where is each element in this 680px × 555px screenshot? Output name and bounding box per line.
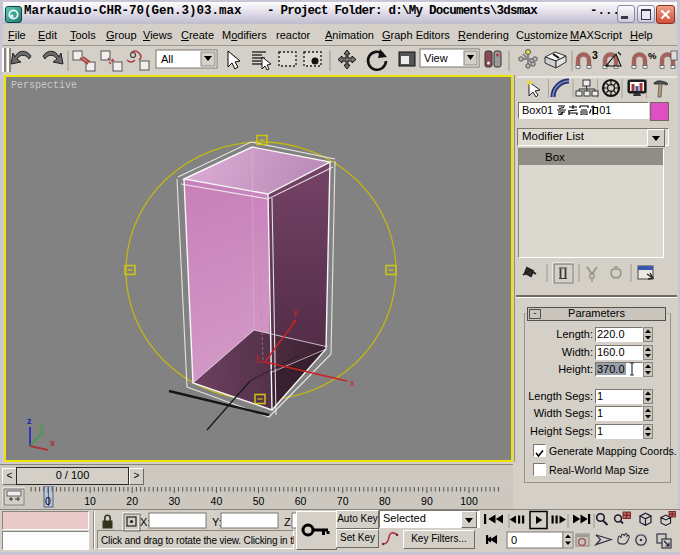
svg-text:z: z — [257, 266, 261, 275]
svg-text:0: 0 — [511, 534, 517, 546]
svg-text:z: z — [27, 416, 32, 426]
svg-text:50: 50 — [253, 495, 265, 507]
svg-text:20: 20 — [126, 495, 138, 507]
svg-text:All: All — [161, 53, 173, 65]
svg-text:x: x — [50, 438, 55, 448]
svg-text:70: 70 — [337, 495, 349, 507]
svg-text:60: 60 — [295, 495, 307, 507]
svg-text:y: y — [39, 422, 44, 432]
svg-text:x: x — [350, 378, 355, 388]
svg-text:Y:: Y: — [212, 516, 222, 528]
svg-text:90: 90 — [421, 495, 433, 507]
svg-text:100: 100 — [460, 495, 478, 507]
svg-text:30: 30 — [168, 495, 180, 507]
svg-text:10: 10 — [84, 495, 96, 507]
svg-text:y: y — [293, 307, 298, 317]
svg-text:40: 40 — [211, 495, 223, 507]
svg-text:0: 0 — [45, 495, 51, 507]
svg-text:%: % — [648, 50, 657, 61]
svg-text:3: 3 — [592, 49, 598, 61]
svg-text:80: 80 — [379, 495, 391, 507]
svg-text:View: View — [424, 52, 448, 64]
